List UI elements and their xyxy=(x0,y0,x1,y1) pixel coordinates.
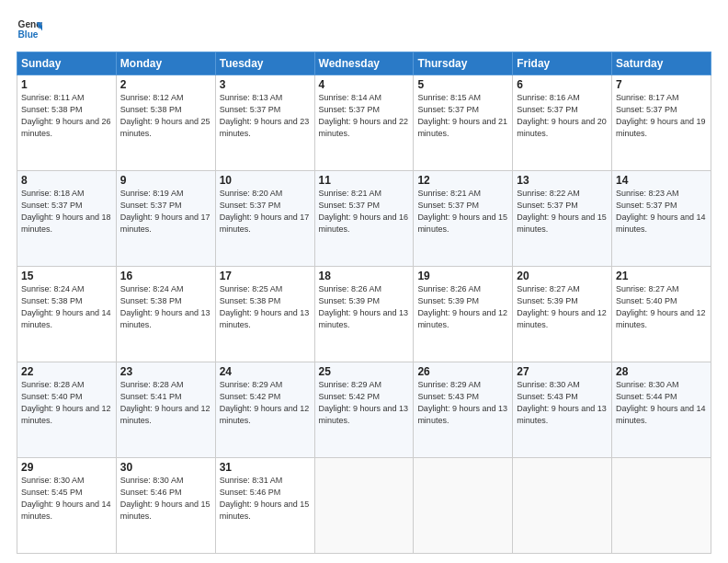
day-header-friday: Friday xyxy=(513,52,612,75)
calendar-cell xyxy=(612,458,711,554)
day-number: 17 xyxy=(220,270,311,282)
day-number: 14 xyxy=(616,174,707,187)
day-number: 3 xyxy=(220,78,311,91)
calendar-cell: 4Sunrise: 8:14 AMSunset: 5:37 PMDaylight… xyxy=(314,75,414,171)
day-number: 16 xyxy=(120,270,211,282)
day-info: Sunrise: 8:29 AMSunset: 5:42 PMDaylight:… xyxy=(319,379,410,427)
calendar-cell: 9Sunrise: 8:19 AMSunset: 5:37 PMDaylight… xyxy=(116,171,215,267)
day-number: 24 xyxy=(220,365,311,378)
day-info: Sunrise: 8:11 AMSunset: 5:38 PMDaylight:… xyxy=(21,92,112,140)
day-info: Sunrise: 8:26 AMSunset: 5:39 PMDaylight:… xyxy=(417,283,508,331)
calendar-cell: 11Sunrise: 8:21 AMSunset: 5:37 PMDayligh… xyxy=(314,171,414,267)
day-number: 20 xyxy=(517,270,608,282)
day-info: Sunrise: 8:18 AMSunset: 5:37 PMDaylight:… xyxy=(21,188,112,236)
day-number: 10 xyxy=(220,174,311,187)
calendar-week-row: 8Sunrise: 8:18 AMSunset: 5:37 PMDaylight… xyxy=(17,171,711,267)
calendar-cell: 28Sunrise: 8:30 AMSunset: 5:44 PMDayligh… xyxy=(612,362,711,458)
day-number: 19 xyxy=(417,270,508,282)
day-number: 4 xyxy=(319,78,410,91)
calendar-cell: 2Sunrise: 8:12 AMSunset: 5:38 PMDaylight… xyxy=(116,75,215,171)
day-info: Sunrise: 8:20 AMSunset: 5:37 PMDaylight:… xyxy=(220,188,311,236)
calendar-week-row: 29Sunrise: 8:30 AMSunset: 5:45 PMDayligh… xyxy=(17,458,711,554)
day-info: Sunrise: 8:22 AMSunset: 5:37 PMDaylight:… xyxy=(517,188,608,236)
day-number: 7 xyxy=(616,78,707,91)
day-info: Sunrise: 8:28 AMSunset: 5:40 PMDaylight:… xyxy=(21,379,112,427)
day-info: Sunrise: 8:26 AMSunset: 5:39 PMDaylight:… xyxy=(319,283,410,331)
day-info: Sunrise: 8:30 AMSunset: 5:45 PMDaylight:… xyxy=(21,475,112,523)
calendar-cell xyxy=(414,458,513,554)
calendar-cell: 25Sunrise: 8:29 AMSunset: 5:42 PMDayligh… xyxy=(314,362,414,458)
day-info: Sunrise: 8:29 AMSunset: 5:43 PMDaylight:… xyxy=(417,379,508,427)
calendar-cell: 5Sunrise: 8:15 AMSunset: 5:37 PMDaylight… xyxy=(414,75,513,171)
day-number: 11 xyxy=(319,174,410,187)
day-number: 21 xyxy=(616,270,707,282)
calendar-cell: 17Sunrise: 8:25 AMSunset: 5:38 PMDayligh… xyxy=(215,267,314,362)
day-header-wednesday: Wednesday xyxy=(314,52,414,75)
day-number: 9 xyxy=(120,174,211,187)
day-number: 31 xyxy=(220,461,311,474)
day-header-saturday: Saturday xyxy=(612,52,711,75)
day-info: Sunrise: 8:29 AMSunset: 5:42 PMDaylight:… xyxy=(220,379,311,427)
calendar-cell: 8Sunrise: 8:18 AMSunset: 5:37 PMDaylight… xyxy=(17,171,117,267)
calendar-cell: 14Sunrise: 8:23 AMSunset: 5:37 PMDayligh… xyxy=(612,171,711,267)
day-header-monday: Monday xyxy=(116,52,215,75)
calendar-cell xyxy=(513,458,612,554)
day-info: Sunrise: 8:19 AMSunset: 5:37 PMDaylight:… xyxy=(120,188,211,236)
calendar-cell: 13Sunrise: 8:22 AMSunset: 5:37 PMDayligh… xyxy=(513,171,612,267)
calendar-week-row: 15Sunrise: 8:24 AMSunset: 5:38 PMDayligh… xyxy=(17,267,711,362)
calendar-week-row: 22Sunrise: 8:28 AMSunset: 5:40 PMDayligh… xyxy=(17,362,711,458)
calendar-cell xyxy=(314,458,414,554)
day-info: Sunrise: 8:17 AMSunset: 5:37 PMDaylight:… xyxy=(616,92,707,140)
day-info: Sunrise: 8:12 AMSunset: 5:38 PMDaylight:… xyxy=(120,92,211,140)
calendar-cell: 16Sunrise: 8:24 AMSunset: 5:38 PMDayligh… xyxy=(116,267,215,362)
day-info: Sunrise: 8:25 AMSunset: 5:38 PMDaylight:… xyxy=(220,283,311,331)
day-header-sunday: Sunday xyxy=(17,52,117,75)
calendar-cell: 21Sunrise: 8:27 AMSunset: 5:40 PMDayligh… xyxy=(612,267,711,362)
day-header-tuesday: Tuesday xyxy=(215,52,314,75)
calendar-cell: 1Sunrise: 8:11 AMSunset: 5:38 PMDaylight… xyxy=(17,75,117,171)
day-header-thursday: Thursday xyxy=(414,52,513,75)
day-number: 8 xyxy=(21,174,112,187)
calendar-cell: 3Sunrise: 8:13 AMSunset: 5:37 PMDaylight… xyxy=(215,75,314,171)
day-number: 28 xyxy=(616,365,707,378)
day-number: 12 xyxy=(417,174,508,187)
logo-icon: General Blue xyxy=(17,17,42,42)
calendar-cell: 18Sunrise: 8:26 AMSunset: 5:39 PMDayligh… xyxy=(314,267,414,362)
day-number: 27 xyxy=(517,365,608,378)
calendar-cell: 24Sunrise: 8:29 AMSunset: 5:42 PMDayligh… xyxy=(215,362,314,458)
day-number: 26 xyxy=(417,365,508,378)
calendar-cell: 12Sunrise: 8:21 AMSunset: 5:37 PMDayligh… xyxy=(414,171,513,267)
day-info: Sunrise: 8:21 AMSunset: 5:37 PMDaylight:… xyxy=(417,188,508,236)
day-info: Sunrise: 8:31 AMSunset: 5:46 PMDaylight:… xyxy=(220,475,311,523)
calendar-week-row: 1Sunrise: 8:11 AMSunset: 5:38 PMDaylight… xyxy=(17,75,711,171)
day-info: Sunrise: 8:30 AMSunset: 5:44 PMDaylight:… xyxy=(616,379,707,427)
day-info: Sunrise: 8:27 AMSunset: 5:39 PMDaylight:… xyxy=(517,283,608,331)
day-info: Sunrise: 8:24 AMSunset: 5:38 PMDaylight:… xyxy=(21,283,112,331)
logo: General Blue xyxy=(17,17,42,42)
day-info: Sunrise: 8:21 AMSunset: 5:37 PMDaylight:… xyxy=(319,188,410,236)
day-info: Sunrise: 8:24 AMSunset: 5:38 PMDaylight:… xyxy=(120,283,211,331)
day-info: Sunrise: 8:27 AMSunset: 5:40 PMDaylight:… xyxy=(616,283,707,331)
header: General Blue xyxy=(17,17,711,42)
calendar-cell: 15Sunrise: 8:24 AMSunset: 5:38 PMDayligh… xyxy=(17,267,117,362)
page: General Blue SundayMondayTuesdayWednesda… xyxy=(0,0,728,563)
day-number: 29 xyxy=(21,461,112,474)
day-number: 1 xyxy=(21,78,112,91)
day-number: 5 xyxy=(417,78,508,91)
day-info: Sunrise: 8:15 AMSunset: 5:37 PMDaylight:… xyxy=(417,92,508,140)
calendar-cell: 31Sunrise: 8:31 AMSunset: 5:46 PMDayligh… xyxy=(215,458,314,554)
day-number: 2 xyxy=(120,78,211,91)
calendar-cell: 22Sunrise: 8:28 AMSunset: 5:40 PMDayligh… xyxy=(17,362,117,458)
day-number: 25 xyxy=(319,365,410,378)
calendar-cell: 19Sunrise: 8:26 AMSunset: 5:39 PMDayligh… xyxy=(414,267,513,362)
day-info: Sunrise: 8:30 AMSunset: 5:46 PMDaylight:… xyxy=(120,475,211,523)
day-number: 30 xyxy=(120,461,211,474)
calendar-header-row: SundayMondayTuesdayWednesdayThursdayFrid… xyxy=(17,52,711,75)
calendar-cell: 10Sunrise: 8:20 AMSunset: 5:37 PMDayligh… xyxy=(215,171,314,267)
calendar-cell: 29Sunrise: 8:30 AMSunset: 5:45 PMDayligh… xyxy=(17,458,117,554)
day-number: 6 xyxy=(517,78,608,91)
calendar-cell: 7Sunrise: 8:17 AMSunset: 5:37 PMDaylight… xyxy=(612,75,711,171)
calendar-cell: 20Sunrise: 8:27 AMSunset: 5:39 PMDayligh… xyxy=(513,267,612,362)
svg-text:Blue: Blue xyxy=(18,29,39,40)
calendar-cell: 6Sunrise: 8:16 AMSunset: 5:37 PMDaylight… xyxy=(513,75,612,171)
